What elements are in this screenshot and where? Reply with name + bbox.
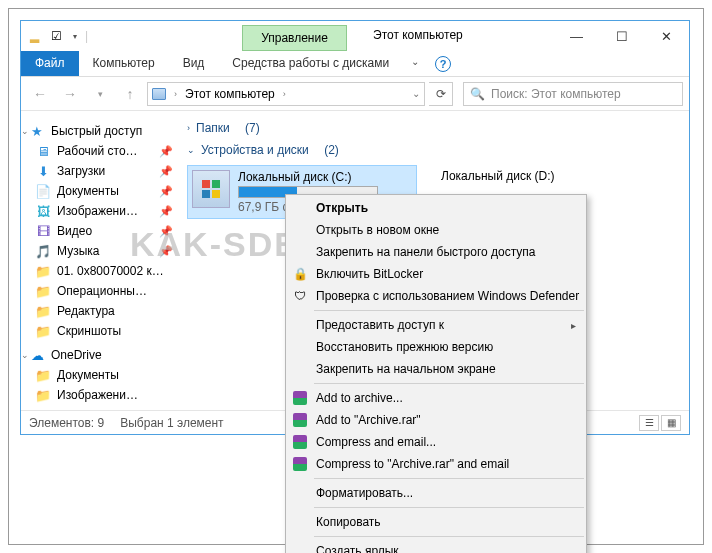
sidebar-item[interactable]: 📁01. 0x80070002 к… bbox=[21, 261, 179, 281]
address-bar[interactable]: › Этот компьютер › ⌄ bbox=[147, 82, 425, 106]
folder-icon: 📁 bbox=[35, 263, 51, 279]
sidebar-item[interactable]: 📁Редактура bbox=[21, 301, 179, 321]
ribbon-tab-file[interactable]: Файл bbox=[21, 51, 79, 76]
pin-icon: 📌 bbox=[159, 165, 173, 178]
sidebar-item[interactable]: 📁Операционны… bbox=[21, 281, 179, 301]
back-button[interactable]: ← bbox=[27, 81, 53, 107]
star-icon: ★ bbox=[29, 123, 45, 139]
collapse-icon[interactable]: ⌄ bbox=[21, 126, 29, 136]
quick-access-toolbar: ▂ ☑ ▾ | bbox=[21, 27, 92, 45]
chevron-right-icon[interactable]: › bbox=[279, 89, 290, 99]
sidebar-item[interactable]: 📄Документы📌 bbox=[21, 181, 179, 201]
folder-icon: ⬇ bbox=[35, 163, 51, 179]
group-folders[interactable]: › Папки (7) bbox=[187, 117, 681, 139]
folder-icon: 📁 bbox=[35, 323, 51, 339]
sidebar-item[interactable]: 📁Скриншоты bbox=[21, 321, 179, 341]
menu-item[interactable]: Открыть в новом окне bbox=[286, 219, 586, 241]
forward-button[interactable]: → bbox=[57, 81, 83, 107]
sidebar-item[interactable]: 📁Изображени… bbox=[21, 385, 179, 405]
separator bbox=[314, 536, 584, 537]
menu-item[interactable]: Закрепить на панели быстрого доступа bbox=[286, 241, 586, 263]
search-placeholder: Поиск: Этот компьютер bbox=[491, 87, 621, 101]
menu-item[interactable]: Add to "Archive.rar" bbox=[286, 409, 586, 431]
folder-icon: 🎵 bbox=[35, 243, 51, 259]
menu-item[interactable]: Предоставить доступ к▸ bbox=[286, 314, 586, 336]
ribbon-tab-disktools[interactable]: Средства работы с дисками bbox=[218, 51, 403, 76]
pin-icon: 📌 bbox=[159, 245, 173, 258]
menu-item[interactable]: Форматировать... bbox=[286, 482, 586, 504]
sidebar-item[interactable]: ⬇Загрузки📌 bbox=[21, 161, 179, 181]
separator bbox=[314, 310, 584, 311]
sidebar-item[interactable]: 🖥Рабочий сто…📌 bbox=[21, 141, 179, 161]
menu-item[interactable]: Add to archive... bbox=[286, 387, 586, 409]
pin-icon: 📌 bbox=[159, 185, 173, 198]
separator bbox=[314, 478, 584, 479]
status-item-count: Элементов: 9 bbox=[29, 416, 104, 430]
shield-icon: 🛡 bbox=[292, 288, 308, 304]
recent-dropdown-icon[interactable]: ▾ bbox=[87, 81, 113, 107]
menu-item[interactable]: Копировать bbox=[286, 511, 586, 533]
navigation-pane: ⌄ ★ Быстрый доступ 🖥Рабочий сто…📌⬇Загруз… bbox=[21, 111, 179, 410]
sidebar-item[interactable]: 🎵Музыка📌 bbox=[21, 241, 179, 261]
contextual-tab-manage[interactable]: Управление bbox=[242, 25, 347, 51]
lock-icon: 🔒 bbox=[292, 266, 308, 282]
rar-icon bbox=[292, 434, 308, 450]
sidebar-item[interactable]: 📁Документы bbox=[21, 365, 179, 385]
folder-icon: 📄 bbox=[35, 183, 51, 199]
context-menu: ОткрытьОткрыть в новом окнеЗакрепить на … bbox=[285, 194, 587, 553]
refresh-button[interactable]: ⟳ bbox=[429, 82, 453, 106]
folder-icon: 🎞 bbox=[35, 223, 51, 239]
menu-item[interactable]: Создать ярлык bbox=[286, 540, 586, 553]
ribbon-tab-view[interactable]: Вид bbox=[169, 51, 219, 76]
group-devices[interactable]: ⌄ Устройства и диски (2) bbox=[187, 139, 681, 161]
menu-item[interactable]: 🛡Проверка с использованием Windows Defen… bbox=[286, 285, 586, 307]
navigation-bar: ← → ▾ ↑ › Этот компьютер › ⌄ ⟳ 🔍 Поиск: … bbox=[21, 77, 689, 111]
menu-item[interactable]: Восстановить прежнюю версию bbox=[286, 336, 586, 358]
ribbon-tab-computer[interactable]: Компьютер bbox=[79, 51, 169, 76]
separator bbox=[314, 507, 584, 508]
up-button[interactable]: ↑ bbox=[117, 81, 143, 107]
search-input[interactable]: 🔍 Поиск: Этот компьютер bbox=[463, 82, 683, 106]
close-button[interactable]: ✕ bbox=[644, 21, 689, 51]
folder-icon: 📁 bbox=[35, 283, 51, 299]
chevron-right-icon[interactable]: › bbox=[170, 89, 181, 99]
titlebar: ▂ ☑ ▾ | Управление Этот компьютер — ☐ ✕ bbox=[21, 21, 689, 51]
chevron-right-icon: ▸ bbox=[571, 320, 576, 331]
properties-icon[interactable]: ☑ bbox=[47, 27, 65, 45]
sidebar-onedrive[interactable]: ⌄ ☁ OneDrive bbox=[21, 345, 179, 365]
menu-item[interactable]: Открыть bbox=[286, 197, 586, 219]
pin-icon: 📌 bbox=[159, 225, 173, 238]
menu-item[interactable]: Закрепить на начальном экране bbox=[286, 358, 586, 380]
menu-item[interactable]: Compress to "Archive.rar" and email bbox=[286, 453, 586, 475]
rar-icon bbox=[292, 456, 308, 472]
drive-label: Локальный диск (C:) bbox=[238, 170, 378, 184]
pin-icon: 📌 bbox=[159, 145, 173, 158]
rar-icon bbox=[292, 412, 308, 428]
explorer-icon: ▂ bbox=[25, 27, 43, 45]
chevron-right-icon: › bbox=[187, 123, 190, 133]
rar-icon bbox=[292, 390, 308, 406]
minimize-button[interactable]: — bbox=[554, 21, 599, 51]
menu-item[interactable]: Compress and email... bbox=[286, 431, 586, 453]
menu-item[interactable]: 🔒Включить BitLocker bbox=[286, 263, 586, 285]
sidebar-item[interactable]: 🎞Видео📌 bbox=[21, 221, 179, 241]
status-selection: Выбран 1 элемент bbox=[120, 416, 223, 430]
folder-icon: 📁 bbox=[35, 367, 51, 383]
maximize-button[interactable]: ☐ bbox=[599, 21, 644, 51]
folder-icon: 📁 bbox=[35, 303, 51, 319]
ribbon-expand-icon[interactable]: ⌄ bbox=[403, 51, 427, 76]
folder-icon: 📁 bbox=[35, 387, 51, 403]
qat-dropdown-icon[interactable]: ▾ bbox=[69, 32, 81, 41]
sidebar-item[interactable]: 🖼Изображени…📌 bbox=[21, 201, 179, 221]
drive-icon bbox=[192, 170, 230, 208]
cloud-icon: ☁ bbox=[29, 347, 45, 363]
pin-icon: 📌 bbox=[159, 205, 173, 218]
icons-view-button[interactable]: ▦ bbox=[661, 415, 681, 431]
chevron-down-icon: ⌄ bbox=[187, 145, 195, 155]
help-icon[interactable]: ? bbox=[435, 56, 451, 72]
address-dropdown-icon[interactable]: ⌄ bbox=[412, 88, 420, 99]
details-view-button[interactable]: ☰ bbox=[639, 415, 659, 431]
collapse-icon[interactable]: ⌄ bbox=[21, 350, 29, 360]
sidebar-quick-access[interactable]: ⌄ ★ Быстрый доступ bbox=[21, 121, 179, 141]
breadcrumb[interactable]: Этот компьютер bbox=[185, 87, 275, 101]
